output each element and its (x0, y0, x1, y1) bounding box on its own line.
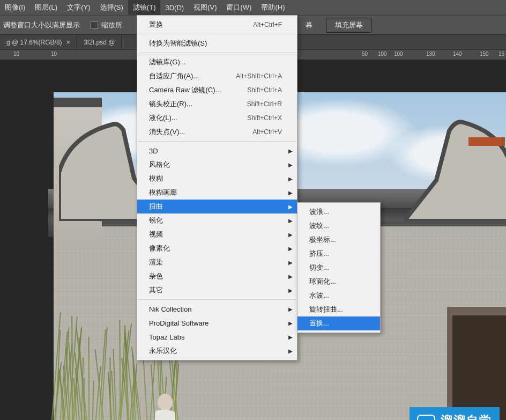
menu-item[interactable]: 极坐标... (297, 233, 380, 247)
menu-item[interactable]: 模糊画廊▶ (137, 186, 297, 200)
menu-item[interactable]: 球面化... (297, 275, 380, 289)
chevron-right-icon: ▶ (288, 320, 293, 326)
menu-item[interactable]: 转换为智能滤镜(S) (137, 36, 297, 50)
menu-3D(D)[interactable]: 3D(D) (160, 0, 189, 15)
zoom-all-label: 缩放所 (101, 20, 122, 30)
chevron-right-icon: ▶ (288, 288, 293, 293)
chevron-right-icon: ▶ (288, 162, 293, 168)
menu-帮助(H)[interactable]: 帮助(H) (256, 0, 289, 15)
menu-item[interactable]: 永乐汉化▶ (137, 344, 297, 358)
chevron-right-icon: ▶ (288, 246, 293, 252)
watermark-main: 溜溜自学 (441, 414, 492, 420)
zoom-all-checkbox[interactable] (91, 21, 98, 29)
menu-文字(Y)[interactable]: 文字(Y) (62, 0, 95, 15)
chevron-right-icon: ▶ (288, 334, 293, 340)
person (139, 393, 188, 420)
menu-item[interactable]: 滤镜库(G)... (137, 55, 297, 69)
menu-item[interactable]: 视频▶ (137, 227, 297, 241)
distort-submenu: 波浪...波纹...极坐标...挤压...切变...球面化...水波...旋转扭… (297, 202, 381, 333)
menu-item[interactable]: 旋转扭曲... (297, 303, 380, 316)
chevron-right-icon: ▶ (288, 176, 293, 182)
menu-item[interactable]: 其它▶ (137, 283, 297, 297)
menu-窗口(W)[interactable]: 窗口(W) (221, 0, 256, 15)
menu-item[interactable]: Camera Raw 滤镜(C)...Shift+Ctrl+A (137, 83, 297, 97)
fill-label-partial: 幕 (306, 20, 312, 30)
chevron-right-icon: ▶ (288, 204, 293, 210)
menu-item[interactable]: 水波... (297, 289, 380, 303)
menu-item[interactable]: 模糊▶ (137, 172, 297, 186)
menu-item[interactable]: 切变... (297, 261, 380, 275)
menu-item[interactable]: 镜头校正(R)...Shift+Ctrl+R (137, 97, 297, 111)
document-tab[interactable]: g @ 17.6%(RGB/8)× (0, 35, 77, 49)
menu-视图(V)[interactable]: 视图(V) (189, 0, 221, 15)
chevron-right-icon: ▶ (288, 348, 293, 354)
chevron-right-icon: ▶ (288, 190, 293, 196)
fill-screen-button[interactable]: 填充屏幕 (326, 18, 372, 33)
menu-item[interactable]: 渲染▶ (137, 255, 297, 269)
menu-图像(I)[interactable]: 图像(I) (0, 0, 30, 15)
menu-item[interactable]: 锐化▶ (137, 213, 297, 227)
menu-item[interactable]: Nik Collection▶ (137, 302, 297, 316)
watermark: ▷ 溜溜自学ZIXUE.3D66.COM (410, 407, 500, 420)
menu-item[interactable]: 杂色▶ (137, 269, 297, 283)
menu-item[interactable]: 波浪... (297, 205, 380, 219)
menu-item[interactable]: 消失点(V)...Alt+Ctrl+V (137, 125, 297, 139)
menu-item[interactable]: 风格化▶ (137, 158, 297, 172)
fit-window-label: 调整窗口大小以满屏显示 (3, 20, 80, 30)
menu-item[interactable]: 像素化▶ (137, 241, 297, 255)
menu-item[interactable]: 扭曲▶ (137, 200, 297, 213)
svg-point-1 (158, 394, 173, 411)
menu-item[interactable]: ProDigital Software▶ (137, 316, 297, 330)
menu-item[interactable]: 3D▶ (137, 144, 297, 158)
menu-滤镜(T)[interactable]: 滤镜(T) (128, 0, 161, 15)
menu-图层(L)[interactable]: 图层(L) (30, 0, 62, 15)
svg-rect-0 (468, 137, 505, 146)
close-icon[interactable]: × (66, 38, 71, 46)
chevron-right-icon: ▶ (288, 218, 293, 224)
chevron-right-icon: ▶ (288, 148, 293, 154)
chevron-right-icon: ▶ (288, 260, 293, 266)
menu-item[interactable]: 挤压... (297, 247, 380, 261)
chevron-right-icon: ▶ (288, 306, 293, 312)
menu-item[interactable]: Topaz Labs▶ (137, 330, 297, 344)
menu-item[interactable]: 自适应广角(A)...Alt+Shift+Ctrl+A (137, 69, 297, 83)
chevron-right-icon: ▶ (288, 232, 293, 238)
play-icon: ▷ (417, 415, 435, 421)
menubar: 图像(I)图层(L)文字(Y)选择(S)滤镜(T)3D(D)视图(V)窗口(W)… (0, 0, 506, 15)
document-tab[interactable]: 3f2f.psd @ (77, 35, 122, 49)
menu-item[interactable]: 液化(L)...Shift+Ctrl+X (137, 111, 297, 125)
menu-选择(S)[interactable]: 选择(S) (95, 0, 128, 15)
menu-item[interactable]: 波纹... (297, 219, 380, 233)
menu-item[interactable]: 置换... (297, 316, 380, 330)
chevron-right-icon: ▶ (288, 274, 293, 279)
filter-menu: 置换Alt+Ctrl+F转换为智能滤镜(S)滤镜库(G)...自适应广角(A).… (137, 15, 297, 360)
menu-item[interactable]: 置换Alt+Ctrl+F (137, 18, 297, 32)
